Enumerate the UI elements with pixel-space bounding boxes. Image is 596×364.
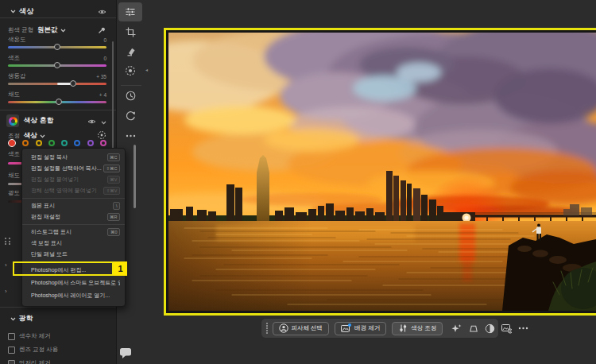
defringe-row[interactable]: 언저리 제거 — [8, 359, 51, 364]
collapsed-section-chevron[interactable]: › — [5, 261, 7, 269]
menu-item-copy-edit-settings[interactable]: 편집 설정 복사 ⌘C — [22, 152, 125, 163]
tool-versions[interactable] — [125, 110, 136, 121]
sparkle-icon[interactable] — [451, 323, 462, 334]
shortcut-badge: ⌘0 — [107, 228, 120, 236]
chevron-down-icon — [40, 134, 45, 138]
color-mix-icon — [6, 114, 19, 127]
lens-correction-row[interactable]: 렌즈 교정 사용 — [8, 346, 58, 354]
color-dot-magenta[interactable] — [100, 140, 106, 146]
eye-icon[interactable] — [87, 114, 96, 128]
tint-label: 색조 — [8, 54, 20, 62]
saturation-slider[interactable] — [8, 101, 106, 103]
shortcut-badge: ⇧⌘C — [103, 165, 120, 172]
perspective-icon[interactable] — [468, 323, 478, 334]
menu-item-reset-edits[interactable]: 편집 재설정 ⌘R — [22, 211, 125, 223]
color-dot-red[interactable] — [8, 139, 16, 147]
collapsed-section-chevron[interactable]: › — [5, 288, 7, 295]
vibrance-slider-knob[interactable] — [70, 80, 76, 87]
tint-slider-label-row: 색조 0 — [8, 54, 106, 62]
chromatic-aberration-label: 색수차 제거 — [19, 332, 51, 340]
menu-item-copy-selected-edit-settings[interactable]: 편집 설정을 선택하여 복사... ⇧⌘C — [22, 163, 125, 174]
person-select-icon — [279, 323, 288, 333]
more-icon[interactable] — [518, 323, 528, 334]
temp-slider-knob[interactable] — [54, 44, 60, 50]
duotone-icon[interactable] — [485, 323, 495, 334]
color-mix-header[interactable]: 색상 혼합 — [6, 114, 106, 128]
tool-masking[interactable] — [125, 65, 136, 76]
speech-bubble-icon — [119, 347, 133, 359]
luminance-channel-label: 광도 — [8, 189, 20, 197]
lens-correction-label: 렌즈 교정 사용 — [19, 346, 58, 354]
color-section-header[interactable]: 색상 — [8, 4, 106, 18]
tint-value: 0 — [103, 56, 106, 61]
optics-section-header[interactable]: 광학 — [8, 314, 106, 323]
shortcut-badge: ⇧⌘V — [103, 187, 120, 195]
select-subject-button[interactable]: 피사체 선택 — [273, 322, 330, 335]
checkbox[interactable] — [8, 347, 15, 354]
menu-separator — [22, 224, 125, 225]
white-balance-label: 흰색 균형 — [8, 26, 33, 34]
eye-icon[interactable] — [98, 4, 106, 18]
photo-settings-icon[interactable] — [501, 323, 512, 334]
vibrance-slider[interactable] — [8, 83, 106, 85]
color-dot-purple[interactable] — [87, 140, 94, 146]
context-menu: 편집 설정 복사 ⌘C 편집 설정을 선택하여 복사... ⇧⌘C 편집 설정 … — [21, 148, 126, 307]
tool-crop[interactable] — [125, 26, 136, 37]
more-dots-icon — [126, 134, 136, 137]
tool-healing[interactable] — [125, 45, 136, 56]
chevron-down-icon — [10, 317, 16, 321]
shortcut-badge: \ — [113, 202, 120, 210]
menu-item-show-original[interactable]: 원본 표시 \ — [22, 200, 125, 211]
drag-handle-icon[interactable] — [266, 323, 268, 334]
menu-item-single-panel-mode[interactable]: 단일 패널 모드 — [22, 249, 125, 260]
lightroom-app: 색상 흰색 균형 원본값 색온도 0 색조 0 생동감 + 35 — [0, 0, 596, 364]
remove-background-button[interactable]: 배경 제거 — [335, 322, 386, 335]
shortcut-badge: ⌘R — [107, 213, 120, 221]
white-balance-value[interactable]: 원본값 — [37, 25, 58, 35]
saturation-channel-label: 채도 — [8, 172, 20, 180]
optics-title: 광학 — [19, 314, 33, 323]
menu-item-show-color-grading[interactable]: 색 보정 표시 — [22, 238, 125, 249]
tool-history[interactable] — [125, 90, 136, 101]
menu-item-open-as-layers[interactable]: Photoshop에서 레이어로 열기... — [22, 289, 125, 302]
sync-arrows-icon — [126, 110, 136, 121]
color-mix-title: 색상 혼합 — [24, 116, 53, 126]
rail-more-menu[interactable] — [125, 130, 136, 141]
photo-annotation-frame — [164, 28, 596, 316]
feedback-button[interactable] — [119, 347, 133, 362]
menu-item-open-as-smart-object[interactable]: Photoshop에서 스마트 오브젝트로 열기... — [22, 277, 125, 289]
saturation-slider-knob[interactable] — [56, 99, 62, 105]
chromatic-aberration-row[interactable]: 색수차 제거 — [8, 332, 51, 340]
checkbox[interactable] — [8, 360, 15, 364]
shortcut-badge: ⌘V — [107, 176, 120, 184]
color-dot-orange[interactable] — [22, 140, 29, 146]
saturation-value: + 4 — [99, 92, 106, 98]
rail-scrollbar[interactable] — [134, 145, 136, 208]
rail-divider — [121, 85, 141, 86]
vibrance-slider-label-row: 생동감 + 35 — [8, 72, 106, 80]
divider — [0, 307, 116, 308]
adjust-color-button[interactable]: 색상 조정 — [392, 322, 443, 335]
vibrance-value: + 35 — [96, 74, 106, 79]
tint-slider-knob[interactable] — [54, 62, 60, 68]
chevron-down-icon[interactable] — [101, 114, 106, 128]
menu-item-show-histogram[interactable]: 히스토그램 표시 ⌘0 — [22, 227, 125, 238]
shortcut-badge: ⌘C — [107, 153, 120, 161]
color-dot-green[interactable] — [48, 140, 55, 146]
color-dot-teal[interactable] — [61, 140, 68, 146]
panel-expander-arrow[interactable]: ◂ — [145, 67, 148, 72]
hue-channel-label: 색조 — [8, 150, 20, 158]
color-dot-yellow[interactable] — [36, 140, 42, 146]
tool-edit-active[interactable] — [118, 2, 142, 21]
tint-slider[interactable] — [8, 64, 106, 67]
63-building — [257, 155, 269, 221]
annotation-step-badge: 1 — [114, 261, 127, 276]
checkbox[interactable] — [8, 333, 15, 340]
temp-slider[interactable] — [8, 46, 106, 48]
color-dot-blue[interactable] — [74, 140, 80, 146]
chevron-down-icon — [60, 29, 66, 33]
photo-sunset-seoul[interactable] — [168, 33, 596, 311]
menu-item-paste-to-all-selected: 전체 선택 영역에 붙여넣기 ⇧⌘V — [22, 185, 125, 196]
quick-actions-toolbar: 피사체 선택 배경 제거 색상 조정 — [261, 318, 499, 339]
temp-value: 0 — [103, 37, 106, 43]
